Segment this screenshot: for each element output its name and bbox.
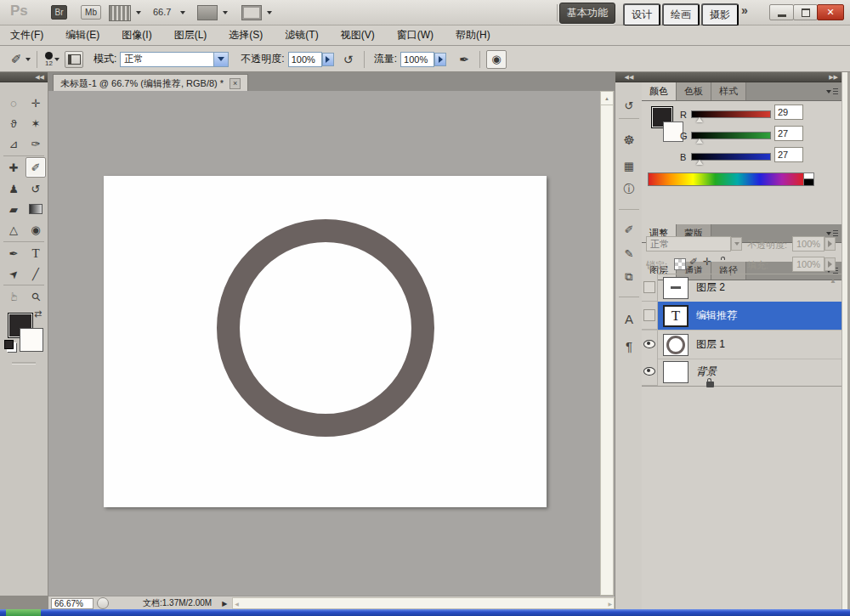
menu-edit[interactable]: 编辑(E) bbox=[65, 28, 99, 42]
magic-wand-tool[interactable]: ✶ bbox=[26, 114, 45, 133]
blend-mode-select[interactable]: 正常 bbox=[120, 52, 229, 67]
status-zoom-field[interactable]: 66.67% bbox=[51, 598, 94, 609]
menu-layer[interactable]: 图层(L) bbox=[174, 28, 207, 42]
layer-thumbnail[interactable] bbox=[663, 334, 688, 356]
background-color-swatch[interactable] bbox=[20, 328, 43, 352]
layer-fill-field[interactable]: 100% bbox=[792, 257, 824, 272]
visibility-toggle[interactable] bbox=[642, 358, 658, 386]
tab-swatches[interactable]: 色板 bbox=[677, 82, 711, 100]
menu-file[interactable]: 文件(F) bbox=[10, 28, 43, 42]
layer-thumbnail[interactable] bbox=[663, 277, 688, 299]
workspace-essentials-button[interactable]: 基本功能 bbox=[559, 3, 615, 24]
visibility-toggle[interactable] bbox=[642, 274, 658, 302]
layer-name[interactable]: 编辑推荐 bbox=[696, 308, 737, 323]
character-panel-button[interactable]: A bbox=[618, 309, 640, 328]
workspace-painting-button[interactable]: 绘画 bbox=[662, 3, 700, 26]
menu-view[interactable]: 视图(V) bbox=[341, 28, 375, 42]
brushes-panel-button[interactable]: ✐ bbox=[618, 220, 640, 239]
opacity-field[interactable]: 100% bbox=[288, 52, 322, 67]
crop-tool[interactable]: ⊿ bbox=[4, 134, 23, 153]
lock-transparency-icon[interactable] bbox=[674, 258, 686, 270]
flow-field[interactable]: 100% bbox=[400, 52, 434, 67]
visibility-toggle[interactable] bbox=[642, 331, 658, 359]
tool-preset-brush-icon[interactable]: ✐ bbox=[7, 50, 26, 69]
dodge-tool[interactable]: ◉ bbox=[26, 220, 45, 239]
default-colors-icon[interactable] bbox=[4, 340, 14, 349]
document-canvas[interactable] bbox=[104, 176, 547, 507]
layer-fill-spinner[interactable] bbox=[824, 257, 836, 271]
tab-styles[interactable]: 样式 bbox=[711, 82, 746, 100]
close-button[interactable]: ✕ bbox=[817, 4, 844, 20]
history-panel-button[interactable]: ↺ bbox=[618, 96, 640, 115]
blend-mode-dropdown-button[interactable] bbox=[213, 53, 228, 66]
vertical-scrollbar[interactable]: ▲ bbox=[600, 91, 614, 596]
horizontal-scrollbar[interactable]: ◀ ▶ bbox=[232, 597, 615, 609]
red-value-field[interactable]: 29 bbox=[774, 105, 803, 120]
healing-brush-tool[interactable]: ✚ bbox=[4, 158, 23, 177]
history-brush-tool[interactable]: ↺ bbox=[26, 179, 45, 198]
flow-spinner-button[interactable] bbox=[434, 53, 446, 66]
text-layer-thumbnail[interactable]: T bbox=[663, 305, 688, 327]
clone-source-panel-button[interactable]: ⧉ bbox=[618, 268, 640, 286]
restore-button[interactable] bbox=[793, 4, 818, 20]
spectrum-black-swatch[interactable] bbox=[803, 178, 814, 186]
navigator-panel-button[interactable]: ☸ bbox=[618, 131, 640, 150]
brush-preset-picker[interactable]: 12 bbox=[45, 52, 53, 67]
histogram-panel-button[interactable]: ▦ bbox=[618, 156, 640, 175]
minimize-button[interactable] bbox=[769, 4, 794, 20]
green-value-field[interactable]: 27 bbox=[774, 126, 803, 141]
layer-thumbnail[interactable] bbox=[663, 361, 688, 383]
scroll-right-icon[interactable]: ▶ bbox=[608, 601, 612, 607]
zoom-dropdown-arrow[interactable] bbox=[180, 11, 185, 14]
layer-blend-dropdown-button[interactable] bbox=[731, 237, 742, 251]
layer-opacity-field[interactable]: 100% bbox=[792, 236, 824, 251]
eyedropper-tool[interactable]: ✑ bbox=[26, 134, 45, 153]
color-panel-menu-button[interactable] bbox=[826, 88, 838, 95]
paragraph-panel-button[interactable]: ¶ bbox=[618, 336, 640, 355]
zoom-tool[interactable]: ⚲ bbox=[22, 283, 48, 309]
line-tool[interactable]: ╱ bbox=[26, 264, 45, 283]
icon-dock-header[interactable]: ◀◀ bbox=[615, 72, 643, 82]
workspace-design-button[interactable]: 设计 bbox=[623, 3, 660, 26]
canvas-area[interactable]: ▲ bbox=[48, 91, 615, 596]
layer-row-text-selected[interactable]: T 编辑推荐 bbox=[642, 302, 842, 330]
layer-row-1[interactable]: 图层 1 bbox=[642, 330, 842, 359]
layer-opacity-spinner[interactable] bbox=[824, 237, 836, 251]
panel-dock-header[interactable]: ▶▶ bbox=[642, 72, 842, 82]
scroll-up-icon[interactable]: ▲ bbox=[601, 92, 613, 105]
arrange-documents-button[interactable] bbox=[197, 5, 218, 20]
clone-stamp-tool[interactable]: ♟ bbox=[4, 179, 23, 198]
tablet-pressure-button[interactable]: ◉ bbox=[486, 50, 507, 69]
layer-row-2[interactable]: 图层 2 ▲ bbox=[642, 274, 842, 302]
menu-window[interactable]: 窗口(W) bbox=[397, 28, 434, 42]
menu-image[interactable]: 图像(I) bbox=[122, 28, 151, 42]
bridge-button[interactable]: Br bbox=[51, 5, 67, 20]
blur-tool[interactable]: △ bbox=[4, 220, 23, 239]
hand-tool[interactable]: ☞ bbox=[4, 287, 23, 306]
green-slider-handle[interactable] bbox=[696, 138, 703, 144]
green-slider-track[interactable] bbox=[691, 132, 771, 139]
lock-pixels-icon[interactable]: ✐ bbox=[689, 256, 698, 268]
brush-picker-dropdown-arrow[interactable] bbox=[54, 58, 60, 61]
visibility-toggle[interactable] bbox=[642, 302, 658, 330]
zoom-level-field[interactable]: 66.7 bbox=[153, 7, 171, 17]
layer-row-background[interactable]: 背景 bbox=[642, 358, 842, 387]
menu-help[interactable]: 帮助(H) bbox=[456, 28, 490, 42]
screen-mode-button[interactable] bbox=[241, 5, 262, 20]
guides-grid-dropdown-arrow[interactable] bbox=[136, 11, 141, 14]
status-info-dropdown-icon[interactable]: ▶ bbox=[222, 600, 227, 608]
airbrush-toggle-icon[interactable]: ✒ bbox=[455, 50, 473, 69]
menu-filter[interactable]: 滤镜(T) bbox=[285, 28, 318, 42]
lasso-tool[interactable]: ϑ bbox=[4, 114, 23, 133]
move-tool[interactable]: ✛ bbox=[26, 93, 45, 112]
workspace-more-chevron[interactable]: » bbox=[741, 3, 748, 17]
workspace-photography-button[interactable]: 摄影 bbox=[701, 3, 739, 26]
info-panel-button[interactable]: ⓘ bbox=[618, 180, 640, 199]
tools-panel-header[interactable]: ◀◀ bbox=[0, 72, 48, 82]
tool-preset-dropdown-arrow[interactable] bbox=[26, 58, 31, 61]
layer-name[interactable]: 图层 1 bbox=[696, 337, 725, 352]
layer-name[interactable]: 背景 bbox=[696, 365, 717, 379]
opacity-spinner-button[interactable] bbox=[322, 53, 334, 66]
layer-blend-mode-select[interactable]: 正常 bbox=[646, 236, 731, 251]
blue-slider-handle[interactable] bbox=[696, 160, 703, 165]
